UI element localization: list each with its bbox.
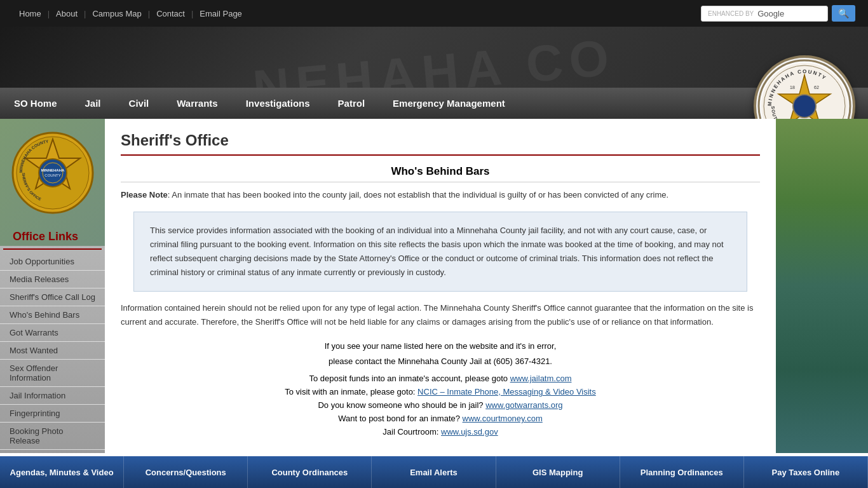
sidebar-whos-behind-bars[interactable]: Who's Behind Bars [0, 306, 105, 324]
disclaimer-text: Information contained herein should not … [121, 303, 753, 327]
footer-pay-taxes[interactable]: Pay Taxes Online [744, 456, 868, 485]
courtmoney-link[interactable]: www.courtmoney.com [463, 414, 543, 423]
contact-link[interactable]: Contact [150, 9, 191, 18]
county-seal-container: MINNEHAHA COUNTY SOUTH DAKOTA 18 62 [754, 55, 855, 119]
right-photo-bg [776, 119, 868, 453]
footer-planning[interactable]: Planning Ordinances [620, 456, 744, 485]
main-nav: SO Home Jail Civil Warrants Investigatio… [0, 88, 868, 119]
sidebar: MINNEHAHA COUNTY MINNEHAHA COUNTY SHERIF… [0, 119, 105, 450]
page-title: Sheriff's Office [121, 132, 760, 156]
office-links-title: Office Links [3, 227, 102, 250]
sidebar-logo-area: MINNEHAHA COUNTY MINNEHAHA COUNTY SHERIF… [0, 119, 105, 227]
enhanced-by-label: ENHANCED BY [708, 10, 754, 17]
sidebar-most-wanted[interactable]: Most Wanted [0, 342, 105, 360]
svg-point-7 [796, 97, 813, 115]
deposit-text: To deposit funds into an inmate's accoun… [309, 374, 508, 383]
right-photo-area [776, 119, 868, 453]
warrant-line: Do you know someone who should be in jai… [121, 400, 760, 410]
left-sidebar-area: MINNEHAHA COUNTY MINNEHAHA COUNTY SHERIF… [0, 119, 105, 453]
nav-warrants[interactable]: Warrants [163, 88, 231, 119]
sidebar-got-warrants[interactable]: Got Warrants [0, 324, 105, 342]
footer-agendas[interactable]: Agendas, Minutes & Video [0, 456, 124, 485]
nav-so-home[interactable]: SO Home [0, 88, 71, 119]
sidebar-sex-offender[interactable]: Sex Offender Information [0, 360, 105, 387]
sidebar-media-releases[interactable]: Media Releases [0, 271, 105, 288]
bond-text: Want to post bond for an inmate? [338, 414, 460, 423]
footer-email-alerts[interactable]: Email Alerts [372, 456, 496, 485]
footer-tabs: Agendas, Minutes & Video Concerns/Questi… [0, 456, 868, 485]
about-link[interactable]: About [50, 9, 84, 18]
county-seal: MINNEHAHA COUNTY SOUTH DAKOTA 18 62 [754, 55, 855, 119]
contact-line2: please contact the Minnehaha County Jail… [329, 356, 552, 366]
disclaimer: Information contained herein should not … [121, 301, 760, 329]
header-banner: NEHAHA CO SO Home Jail Civil Warrants In… [0, 27, 868, 119]
content-wrapper: MINNEHAHA COUNTY MINNEHAHA COUNTY SHERIF… [0, 119, 868, 485]
search-button[interactable]: 🔍 [832, 5, 855, 22]
sidebar-booking-photo[interactable]: Booking Photo Release [0, 423, 105, 450]
top-nav: Home | About | Campus Map | Contact | Em… [13, 9, 701, 18]
sidebar-jail-info[interactable]: Jail Information [0, 387, 105, 405]
note-label: Please Note [121, 190, 168, 200]
campus-map-link[interactable]: Campus Map [86, 9, 147, 18]
ncic-link[interactable]: NCIC – Inmate Phone, Messaging & Video V… [417, 387, 596, 396]
ujs-link[interactable]: www.ujs.sd.gov [441, 427, 498, 437]
warrant-text: Do you know someone who should be in jai… [318, 400, 483, 410]
bond-line: Want to post bond for an inmate? www.cou… [121, 414, 760, 423]
email-page-link[interactable]: Email Page [193, 9, 248, 18]
svg-point-14 [43, 163, 63, 183]
sheriff-badge-svg: MINNEHAHA COUNTY MINNEHAHA COUNTY SHERIF… [11, 132, 94, 214]
search-input-wrapper: ENHANCED BY Google [701, 6, 828, 22]
footer-concerns[interactable]: Concerns/Questions [124, 456, 248, 485]
gotwarrants-link[interactable]: www.gotwarrants.org [485, 400, 562, 410]
footer-gis[interactable]: GIS Mapping [496, 456, 620, 485]
contact-info: If you see your name listed here on the … [121, 339, 760, 369]
court-text: Jail Courtroom: [383, 427, 438, 437]
sidebar-job-opportunities[interactable]: Job Opportunities [0, 253, 105, 271]
footer-county-ordinances[interactable]: County Ordinances [248, 456, 372, 485]
visit-text: To visit with an inmate, please goto: [285, 387, 415, 396]
sidebar-call-log[interactable]: Sheriff's Office Call Log [0, 288, 105, 306]
note-text: : An inmate that has been booked into th… [168, 190, 668, 200]
visit-line: To visit with an inmate, please goto: NC… [121, 387, 760, 396]
court-line: Jail Courtroom: www.ujs.sd.gov [121, 427, 760, 437]
svg-text:62: 62 [814, 85, 819, 90]
top-bar: Home | About | Campus Map | Contact | Em… [0, 0, 868, 27]
note-box: Please Note: An inmate that has been boo… [121, 189, 760, 202]
google-label: Google [757, 9, 784, 18]
section-heading: Who's Behind Bars [121, 165, 760, 182]
svg-text:COUNTY: COUNTY [44, 173, 60, 177]
svg-text:18: 18 [790, 85, 795, 90]
nav-patrol[interactable]: Patrol [324, 88, 379, 119]
nav-civil[interactable]: Civil [115, 88, 163, 119]
nav-investigations[interactable]: Investigations [232, 88, 324, 119]
jailatm-link[interactable]: www.jailatm.com [510, 374, 572, 383]
main-content: Sheriff's Office Who's Behind Bars Pleas… [105, 119, 776, 453]
nav-jail[interactable]: Jail [71, 88, 115, 119]
info-box-text: This service provides information associ… [150, 226, 724, 277]
search-area: ENHANCED BY Google 🔍 [701, 5, 855, 22]
home-link[interactable]: Home [13, 9, 48, 18]
deposit-line: To deposit funds into an inmate's accoun… [121, 374, 760, 383]
svg-text:MINNEHAHA: MINNEHAHA [41, 168, 64, 172]
contact-line1: If you see your name listed here on the … [325, 341, 557, 351]
sidebar-fingerprinting[interactable]: Fingerprinting [0, 405, 105, 423]
info-box: This service provides information associ… [133, 212, 747, 292]
nav-emergency[interactable]: Emergency Management [379, 88, 519, 119]
